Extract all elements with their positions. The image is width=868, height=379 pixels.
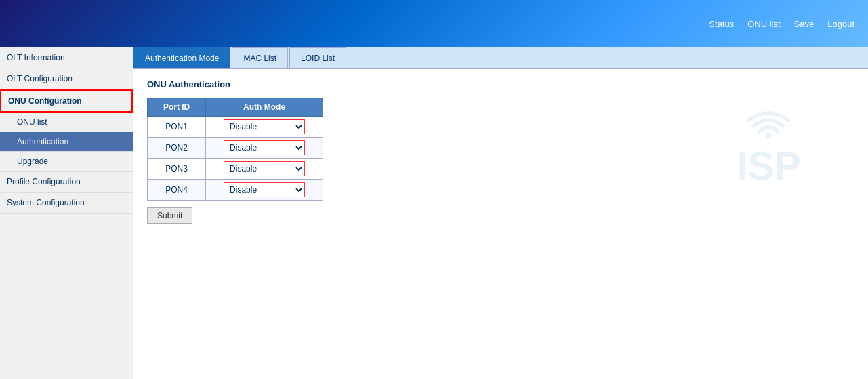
sidebar-item-authentication[interactable]: Authentication: [0, 132, 133, 152]
col-header-port-id: Port ID: [148, 98, 206, 117]
sidebar: OLT Information OLT Configuration ONU Co…: [0, 47, 133, 379]
content-area: ONU Authentication Port ID Auth Mode PON…: [133, 69, 868, 234]
auth-mode-table: Port ID Auth Mode PON1 Disable MAC LOID …: [147, 98, 323, 201]
sidebar-group-onu-configuration[interactable]: ONU Configuration: [0, 89, 133, 113]
table-row: PON4 Disable MAC LOID MAC+LOID: [148, 180, 323, 201]
auth-mode-select-pon3[interactable]: Disable MAC LOID MAC+LOID: [224, 161, 305, 176]
submit-button[interactable]: Submit: [147, 207, 192, 224]
port-id-pon1: PON1: [148, 117, 206, 138]
sidebar-item-olt-configuration[interactable]: OLT Configuration: [0, 68, 133, 89]
table-row: PON2 Disable MAC LOID MAC+LOID: [148, 138, 323, 159]
auth-mode-select-pon1[interactable]: Disable MAC LOID MAC+LOID: [224, 119, 305, 134]
auth-mode-cell-pon4: Disable MAC LOID MAC+LOID: [206, 180, 323, 201]
header-nav: Status ONU list Save Logout: [709, 19, 854, 29]
auth-mode-select-pon4[interactable]: Disable MAC LOID MAC+LOID: [224, 182, 305, 197]
auth-mode-cell-pon3: Disable MAC LOID MAC+LOID: [206, 159, 323, 180]
nav-save[interactable]: Save: [794, 19, 814, 29]
table-row: PON1 Disable MAC LOID MAC+LOID: [148, 117, 323, 138]
nav-status[interactable]: Status: [709, 19, 734, 29]
auth-mode-cell-pon2: Disable MAC LOID MAC+LOID: [206, 138, 323, 159]
nav-onu-list[interactable]: ONU list: [747, 19, 780, 29]
auth-mode-cell-pon1: Disable MAC LOID MAC+LOID: [206, 117, 323, 138]
main-content: Authentication Mode MAC List LOID List O…: [133, 47, 868, 379]
port-id-pon3: PON3: [148, 159, 206, 180]
tab-loid-list[interactable]: LOID List: [289, 47, 346, 68]
sidebar-item-olt-information[interactable]: OLT Information: [0, 47, 133, 68]
layout: OLT Information OLT Configuration ONU Co…: [0, 47, 868, 379]
tab-mac-list[interactable]: MAC List: [232, 47, 288, 68]
nav-logout[interactable]: Logout: [827, 19, 854, 29]
tab-bar: Authentication Mode MAC List LOID List: [133, 47, 868, 69]
table-row: PON3 Disable MAC LOID MAC+LOID: [148, 159, 323, 180]
sidebar-item-profile-configuration[interactable]: Profile Configuration: [0, 172, 133, 193]
port-id-pon4: PON4: [148, 180, 206, 201]
tab-authentication-mode[interactable]: Authentication Mode: [133, 47, 230, 68]
header: Status ONU list Save Logout: [0, 0, 868, 47]
sidebar-item-upgrade[interactable]: Upgrade: [0, 152, 133, 172]
port-id-pon2: PON2: [148, 138, 206, 159]
sidebar-item-system-configuration[interactable]: System Configuration: [0, 193, 133, 214]
sidebar-item-onu-list[interactable]: ONU list: [0, 113, 133, 132]
auth-mode-select-pon2[interactable]: Disable MAC LOID MAC+LOID: [224, 140, 305, 155]
page-title: ONU Authentication: [147, 79, 854, 89]
col-header-auth-mode: Auth Mode: [206, 98, 323, 117]
